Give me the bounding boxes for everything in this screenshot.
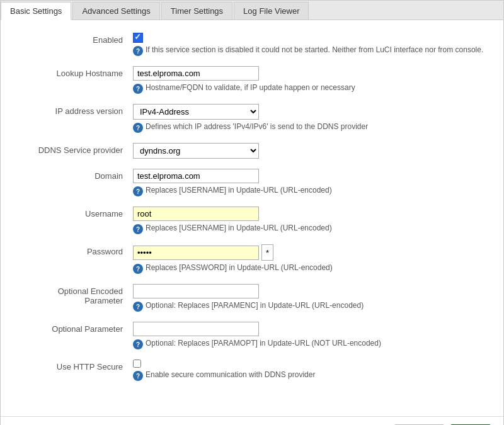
lookup-hostname-input[interactable] (133, 66, 259, 81)
form-content: Enabled ? If this service section is dis… (1, 20, 503, 404)
opt-param-row: Optional Parameter ? Optional: Replaces … (20, 322, 484, 349)
domain-row: Domain ? Replaces [USERNAME] in Update-U… (20, 169, 484, 196)
ip-version-row: IP address version IPv4-Address IPv6-Add… (20, 104, 484, 133)
username-hint: ? Replaces [USERNAME] in Update-URL (URL… (133, 224, 484, 234)
password-field: * ? Replaces [PASSWORD] in Update-URL (U… (133, 244, 484, 274)
opt-encoded-param-input[interactable] (133, 284, 259, 298)
username-field: ? Replaces [USERNAME] in Update-URL (URL… (133, 207, 484, 234)
lookup-hostname-hint-icon: ? (133, 84, 143, 94)
password-reveal-button[interactable]: * (261, 244, 273, 261)
page-container: Basic Settings Advanced Settings Timer S… (0, 0, 504, 425)
ddns-provider-row: DDNS Service provider dyndns.org no-ip.c… (20, 143, 484, 159)
ddns-provider-field: dyndns.org no-ip.com custom (133, 143, 484, 159)
http-secure-hint-icon: ? (133, 371, 143, 381)
footer: Dismiss Save (1, 416, 503, 425)
password-hint: ? Replaces [PASSWORD] in Update-URL (URL… (133, 263, 484, 274)
username-label: Username (20, 207, 133, 218)
tab-basic-settings[interactable]: Basic Settings (1, 2, 71, 20)
username-hint-icon: ? (133, 224, 143, 234)
opt-param-label: Optional Parameter (20, 322, 133, 334)
enabled-hint-icon: ? (133, 46, 143, 56)
http-secure-checkbox[interactable] (133, 360, 141, 368)
tab-log-file-viewer[interactable]: Log File Viewer (234, 2, 309, 20)
http-secure-field: ? Enable secure communication with DDNS … (133, 360, 484, 381)
http-secure-label: Use HTTP Secure (20, 360, 133, 371)
username-input[interactable] (133, 207, 259, 221)
enabled-row: Enabled ? If this service section is dis… (20, 33, 484, 56)
tab-timer-settings[interactable]: Timer Settings (161, 2, 232, 20)
password-label: Password (20, 244, 133, 256)
ddns-provider-label: DDNS Service provider (20, 143, 133, 155)
opt-param-field: ? Optional: Replaces [PARAMOPT] in Updat… (133, 322, 484, 349)
enabled-field: ? If this service section is disabled it… (133, 33, 484, 56)
lookup-hostname-field: ? Hostname/FQDN to validate, if IP updat… (133, 66, 484, 94)
domain-field: ? Replaces [USERNAME] in Update-URL (URL… (133, 169, 484, 196)
opt-encoded-param-hint: ? Optional: Replaces [PARAMENC] in Updat… (133, 301, 484, 312)
http-secure-hint: ? Enable secure communication with DDNS … (133, 370, 484, 381)
password-row: Password * ? Replaces [PASSWORD] in Upda… (20, 244, 484, 274)
username-row: Username ? Replaces [USERNAME] in Update… (20, 207, 484, 234)
opt-encoded-param-hint-icon: ? (133, 302, 143, 312)
lookup-hostname-hint: ? Hostname/FQDN to validate, if IP updat… (133, 83, 484, 94)
opt-param-hint-icon: ? (133, 339, 143, 349)
ip-version-label: IP address version (20, 104, 133, 116)
ip-version-select[interactable]: IPv4-Address IPv6-Address (133, 104, 259, 120)
tab-advanced-settings[interactable]: Advanced Settings (72, 2, 159, 20)
ip-version-hint: ? Defines which IP address 'IPv4/IPv6' i… (133, 122, 484, 133)
enabled-label: Enabled (20, 33, 133, 45)
password-input[interactable] (133, 246, 259, 260)
enabled-hint: ? If this service section is disabled it… (133, 45, 484, 56)
ddns-provider-select[interactable]: dyndns.org no-ip.com custom (133, 143, 259, 159)
opt-param-input[interactable] (133, 322, 259, 336)
domain-hint-icon: ? (133, 186, 143, 196)
domain-hint: ? Replaces [USERNAME] in Update-URL (URL… (133, 186, 484, 196)
ip-version-hint-icon: ? (133, 123, 143, 133)
tabs-bar: Basic Settings Advanced Settings Timer S… (1, 1, 503, 20)
lookup-hostname-label: Lookup Hostname (20, 66, 133, 78)
lookup-hostname-row: Lookup Hostname ? Hostname/FQDN to valid… (20, 66, 484, 94)
domain-label: Domain (20, 169, 133, 181)
password-hint-icon: ? (133, 264, 143, 274)
enabled-checkbox[interactable] (133, 33, 143, 43)
http-secure-row: Use HTTP Secure ? Enable secure communic… (20, 360, 484, 381)
opt-encoded-param-field: ? Optional: Replaces [PARAMENC] in Updat… (133, 284, 484, 312)
ip-version-field: IPv4-Address IPv6-Address ? Defines whic… (133, 104, 484, 133)
domain-input[interactable] (133, 169, 259, 183)
opt-encoded-param-label: Optional Encoded Parameter (20, 284, 133, 305)
opt-param-hint: ? Optional: Replaces [PARAMOPT] in Updat… (133, 339, 484, 349)
opt-encoded-param-row: Optional Encoded Parameter ? Optional: R… (20, 284, 484, 312)
